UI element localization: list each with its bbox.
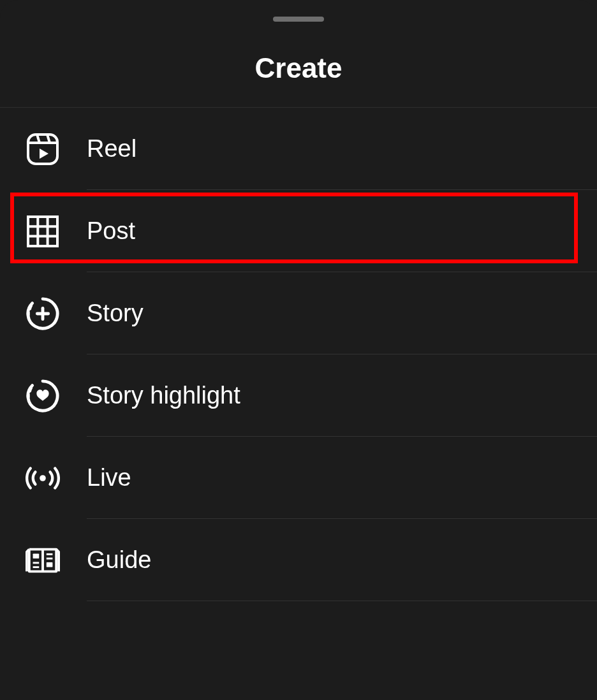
grid-icon (26, 214, 60, 249)
menu-item-live[interactable]: Live (0, 437, 597, 519)
guide-icon (26, 543, 60, 578)
story-add-icon (26, 296, 60, 331)
menu-item-label: Story highlight (87, 382, 240, 409)
menu-item-label: Story (87, 300, 144, 327)
menu-item-label: Guide (87, 546, 151, 574)
svg-rect-17 (47, 562, 53, 567)
menu-item-reel[interactable]: Reel (0, 108, 597, 190)
svg-rect-12 (33, 553, 40, 558)
live-icon (26, 461, 60, 495)
sheet-title: Create (0, 52, 597, 84)
create-sheet: Create Reel (0, 0, 597, 700)
svg-rect-0 (28, 135, 57, 164)
menu-item-label: Live (87, 464, 131, 492)
story-heart-icon (26, 379, 60, 413)
menu-item-label: Post (87, 217, 135, 245)
svg-rect-4 (28, 217, 57, 246)
svg-point-11 (40, 475, 46, 481)
create-menu-list: Reel Post (0, 108, 597, 601)
menu-item-guide[interactable]: Guide (0, 519, 597, 601)
drag-handle[interactable] (273, 17, 324, 22)
menu-item-story-highlight[interactable]: Story highlight (0, 354, 597, 437)
menu-item-post[interactable]: Post (0, 190, 597, 272)
reel-icon (26, 132, 60, 166)
menu-item-story[interactable]: Story (0, 272, 597, 354)
menu-item-label: Reel (87, 135, 136, 163)
